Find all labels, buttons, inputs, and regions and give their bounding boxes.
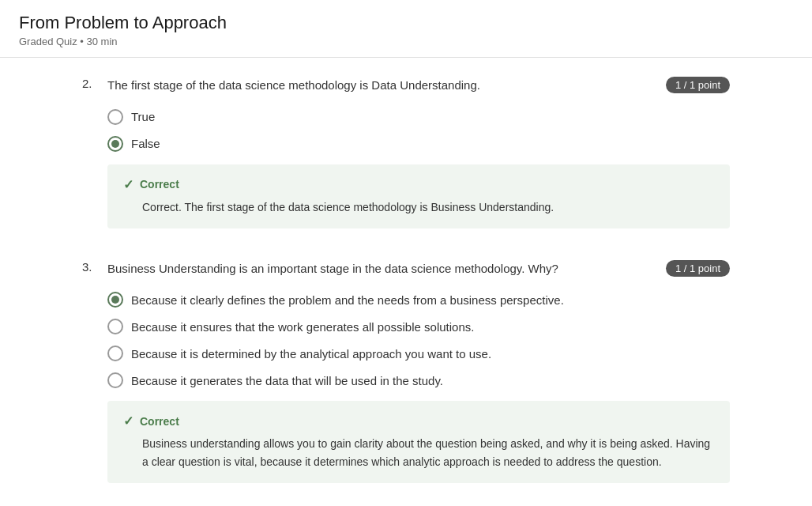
options-group-2: TrueFalse xyxy=(107,109,730,152)
option-label-q3-d: Because it generates the data that will … xyxy=(131,374,443,387)
points-badge-3: 1 / 1 point xyxy=(666,260,730,277)
check-icon: ✓ xyxy=(123,413,133,429)
feedback-box-3: ✓CorrectBusiness understanding allows yo… xyxy=(107,401,730,483)
radio-inner-q2-false xyxy=(111,140,119,148)
option-label-q2-false: False xyxy=(131,137,160,150)
radio-q3-d[interactable] xyxy=(107,372,123,388)
option-item-q2-true[interactable]: True xyxy=(107,109,730,125)
option-item-q3-d[interactable]: Because it generates the data that will … xyxy=(107,372,730,388)
option-label-q2-true: True xyxy=(131,110,155,123)
options-group-3: Because it clearly defines the problem a… xyxy=(107,292,730,388)
question-number-2: 2. xyxy=(82,77,98,95)
option-label-q3-a: Because it clearly defines the problem a… xyxy=(131,293,564,307)
check-icon: ✓ xyxy=(123,177,133,192)
feedback-box-2: ✓CorrectCorrect. The first stage of the … xyxy=(107,164,730,228)
page-title: From Problem to Approach xyxy=(19,13,793,33)
question-block-2: 2.The first stage of the data science me… xyxy=(82,77,730,228)
points-badge-2: 1 / 1 point xyxy=(666,77,730,93)
question-header-2: 2.The first stage of the data science me… xyxy=(82,77,730,95)
question-block-3: 3.Business Understanding is an important… xyxy=(82,260,730,483)
page-header: From Problem to Approach Graded Quiz • 3… xyxy=(0,0,812,58)
radio-inner-q3-a xyxy=(111,296,119,304)
feedback-label-2: Correct xyxy=(140,178,179,191)
option-item-q3-b[interactable]: Because it ensures that the work generat… xyxy=(107,319,730,334)
option-item-q3-a[interactable]: Because it clearly defines the problem a… xyxy=(107,292,730,308)
feedback-text-3: Business understanding allows you to gai… xyxy=(142,435,714,470)
question-text-3: Business Understanding is an important s… xyxy=(107,260,558,278)
question-header-3: 3.Business Understanding is an important… xyxy=(82,260,730,278)
feedback-text-2: Correct. The first stage of the data sci… xyxy=(142,198,714,216)
option-label-q3-c: Because it is determined by the analytic… xyxy=(131,347,491,361)
option-item-q2-false[interactable]: False xyxy=(107,136,730,152)
radio-q3-c[interactable] xyxy=(107,346,123,361)
question-text-2: The first stage of the data science meth… xyxy=(107,77,480,95)
main-content: 2.The first stage of the data science me… xyxy=(51,58,761,506)
feedback-label-3: Correct xyxy=(140,415,179,428)
radio-q3-b[interactable] xyxy=(107,319,123,334)
radio-q2-true[interactable] xyxy=(107,109,123,125)
option-label-q3-b: Because it ensures that the work generat… xyxy=(131,320,474,334)
question-number-3: 3. xyxy=(82,260,98,278)
option-item-q3-c[interactable]: Because it is determined by the analytic… xyxy=(107,346,730,361)
page-subtitle: Graded Quiz • 30 min xyxy=(19,36,793,47)
radio-q2-false[interactable] xyxy=(107,136,123,152)
radio-q3-a[interactable] xyxy=(107,292,123,308)
